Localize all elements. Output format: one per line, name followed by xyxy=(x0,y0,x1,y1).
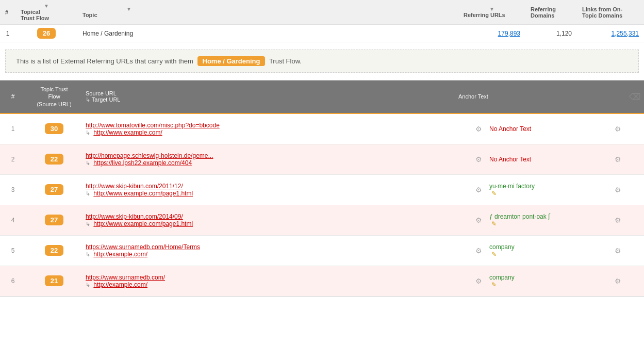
detail-row-num: 5 xyxy=(0,243,26,258)
info-prefix: This is a list of External Referring URL… xyxy=(16,57,193,65)
target-url[interactable]: ↳ http://www.example.com/ xyxy=(86,129,468,136)
source-url[interactable]: https://www.surnamedb.com/Home/Terms xyxy=(86,243,468,251)
main-badge: 26 xyxy=(37,28,56,39)
detail-row-badge: 22 xyxy=(26,243,82,258)
target-url[interactable]: ↳ https://live.lpsh22.example.com/404 xyxy=(86,159,468,167)
gear-button-bottom[interactable]: ⚙ xyxy=(613,154,623,165)
detail-row-num: 1 xyxy=(0,121,26,137)
anchor-text: No Anchor Text xyxy=(489,156,607,163)
detail-col-num: # xyxy=(0,88,26,105)
detail-col-src: Source URL↳ Target URL xyxy=(82,85,440,108)
arrow-icon: ↳ xyxy=(86,221,90,227)
detail-row-gear-bottom[interactable]: ⚙ xyxy=(610,153,625,166)
main-row-num: 1 xyxy=(0,25,15,42)
info-suffix: Trust Flow. xyxy=(269,57,302,65)
detail-row: 3 27 http://www.skip-kibun.com/2011/12/ … xyxy=(0,175,644,205)
detail-row-gear-top[interactable]: ⚙ xyxy=(471,275,486,287)
col-links-label: Links from On-Topic Domains xyxy=(582,6,622,19)
detail-rows-container: 1 30 http://www.tomatoville.com/misc.php… xyxy=(0,114,644,297)
detail-col-ttf: Topic TrustFlow(Source URL) xyxy=(26,80,82,113)
source-url[interactable]: http://www.tomatoville.com/misc.php?do=b… xyxy=(86,122,468,129)
pencil-icon[interactable]: ✎ xyxy=(491,281,607,288)
col-header-spacer xyxy=(180,0,458,25)
arrow-icon: ↳ xyxy=(86,282,90,288)
gear-button-bottom[interactable]: ⚙ xyxy=(613,185,623,195)
detail-row-gear-bottom[interactable]: ⚙ xyxy=(610,275,625,287)
detail-row-badge: 27 xyxy=(26,182,82,197)
ref-urls-link[interactable]: 179,893 xyxy=(498,30,520,37)
main-row-topic: Home / Gardening xyxy=(77,25,180,42)
detail-row: 5 22 https://www.surnamedb.com/Home/Term… xyxy=(0,236,644,266)
detail-row: 6 21 https://www.surnamedb.com/ ↳ http:/… xyxy=(0,266,644,297)
detail-row-badge: 22 xyxy=(26,152,82,167)
detail-row-gear-top[interactable]: ⚙ xyxy=(471,184,486,196)
sort-icon-topic: ▼ xyxy=(82,6,175,12)
gear-button-bottom[interactable]: ⚙ xyxy=(613,276,623,286)
gear-button-top[interactable]: ⚙ xyxy=(473,215,484,225)
gear-button-bottom[interactable]: ⚙ xyxy=(613,245,623,256)
target-url[interactable]: ↳ http://www.example.com/page1.html xyxy=(86,190,468,197)
anchor-text: yu·me·mi factory xyxy=(489,183,607,190)
gear-button-top[interactable]: ⚙ xyxy=(473,154,484,165)
sort-icon-ref-urls: ▼ xyxy=(464,6,520,12)
close-icon[interactable]: ⌫ xyxy=(629,92,641,101)
source-url[interactable]: http://homepage.schleswig-holstein.de/ge… xyxy=(86,152,468,159)
col-header-ref-urls[interactable]: ▼ Referring URLs xyxy=(458,0,525,25)
anchor-text: ƒ dreamton pont-oak ʃ xyxy=(489,213,607,220)
target-url[interactable]: ↳ http://example.com/ xyxy=(86,251,468,258)
detail-row-anchor: ƒ dreamton pont-oak ʃ ✎ xyxy=(486,207,610,233)
gear-button-bottom[interactable]: ⚙ xyxy=(613,124,623,134)
arrow-icon: ↳ xyxy=(86,129,90,136)
gear-button-top[interactable]: ⚙ xyxy=(473,124,484,134)
pencil-icon[interactable]: ✎ xyxy=(491,220,607,227)
info-bar-row: This is a list of External Referring URL… xyxy=(0,42,644,80)
detail-row-gear-top[interactable]: ⚙ xyxy=(471,244,486,257)
detail-row-gear-top[interactable]: ⚙ xyxy=(471,123,486,135)
detail-row-urls: https://www.surnamedb.com/ ↳ http://exam… xyxy=(82,272,471,290)
detail-row-gear-top[interactable]: ⚙ xyxy=(471,214,486,226)
detail-row: 1 30 http://www.tomatoville.com/misc.php… xyxy=(0,114,644,144)
detail-badge: 21 xyxy=(45,275,63,286)
main-row-links[interactable]: 1,255,331 xyxy=(577,25,644,42)
detail-row-gear-bottom[interactable]: ⚙ xyxy=(610,184,625,196)
detail-row-gear-bottom[interactable]: ⚙ xyxy=(610,244,625,257)
main-row-ttf: 26 xyxy=(15,25,77,42)
main-row-spacer xyxy=(180,25,458,42)
gear-button-top[interactable]: ⚙ xyxy=(473,185,484,195)
gear-button-top[interactable]: ⚙ xyxy=(473,276,484,286)
col-ttf-label: TopicalTrust Flow xyxy=(21,9,49,21)
arrow-icon: ↳ xyxy=(86,251,90,257)
source-url[interactable]: http://www.skip-kibun.com/2011/12/ xyxy=(86,183,468,190)
detail-row-badge: 30 xyxy=(26,121,82,136)
detail-row-gear-bottom[interactable]: ⚙ xyxy=(610,123,625,135)
main-data-row: 1 26 Home / Gardening 179,893 1,120 1,25… xyxy=(0,25,644,42)
col-header-topic[interactable]: ▼ Topic xyxy=(77,0,180,25)
detail-col-close[interactable]: ⌫ xyxy=(625,87,644,107)
gear-button-bottom[interactable]: ⚙ xyxy=(613,215,623,225)
target-url[interactable]: ↳ http://www.example.com/page1.html xyxy=(86,220,468,227)
detail-section: # Topic TrustFlow(Source URL) Source URL… xyxy=(0,80,644,297)
detail-badge: 27 xyxy=(45,215,63,225)
pencil-icon[interactable]: ✎ xyxy=(491,251,607,258)
detail-row-num: 6 xyxy=(0,273,26,289)
detail-row-gear-top[interactable]: ⚙ xyxy=(471,153,486,166)
links-on-topic-link[interactable]: 1,255,331 xyxy=(612,30,639,37)
col-header-links: Links from On-Topic Domains xyxy=(577,0,644,25)
target-url[interactable]: ↳ http://example.com/ xyxy=(86,281,468,288)
info-bar-cell: This is a list of External Referring URL… xyxy=(0,42,644,80)
detail-row-badge: 27 xyxy=(26,212,82,227)
col-topic-label: Topic xyxy=(82,12,97,18)
info-bar: This is a list of External Referring URL… xyxy=(5,50,639,73)
col-header-ref-domains: ReferringDomains xyxy=(525,0,577,25)
detail-row-num: 2 xyxy=(0,152,26,167)
detail-badge: 30 xyxy=(45,123,63,134)
source-url[interactable]: http://www.skip-kibun.com/2014/09/ xyxy=(86,213,468,220)
detail-col-anchor: Anchor Text xyxy=(455,88,610,105)
main-row-ref-urls[interactable]: 179,893 xyxy=(458,25,525,42)
detail-row-anchor: company ✎ xyxy=(486,268,610,294)
detail-row-gear-bottom[interactable]: ⚙ xyxy=(610,214,625,226)
source-url[interactable]: https://www.surnamedb.com/ xyxy=(86,274,468,281)
pencil-icon[interactable]: ✎ xyxy=(491,190,607,197)
gear-button-top[interactable]: ⚙ xyxy=(473,245,484,256)
col-header-ttf[interactable]: ▼ TopicalTrust Flow xyxy=(15,0,77,25)
